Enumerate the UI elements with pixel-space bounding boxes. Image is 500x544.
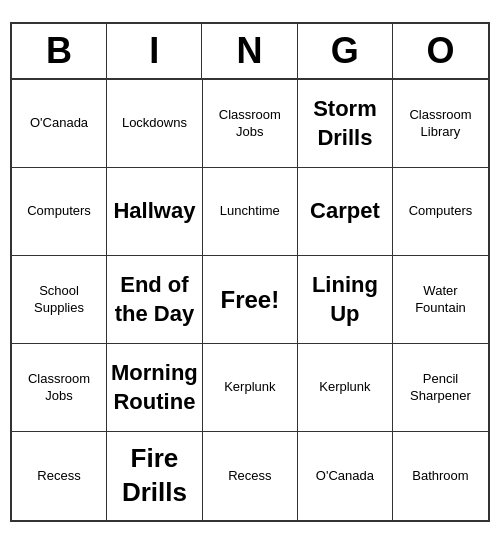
bingo-cell-11: End of the Day bbox=[107, 256, 203, 344]
bingo-grid: O'CanadaLockdownsClassroom JobsStorm Dri… bbox=[12, 80, 488, 520]
bingo-cell-24: Bathroom bbox=[393, 432, 488, 520]
bingo-cell-22: Recess bbox=[203, 432, 298, 520]
bingo-cell-6: Hallway bbox=[107, 168, 203, 256]
bingo-cell-23: O'Canada bbox=[298, 432, 393, 520]
bingo-cell-7: Lunchtime bbox=[203, 168, 298, 256]
bingo-card: BINGO O'CanadaLockdownsClassroom JobsSto… bbox=[10, 22, 490, 522]
bingo-cell-2: Classroom Jobs bbox=[203, 80, 298, 168]
bingo-header: BINGO bbox=[12, 24, 488, 80]
bingo-cell-16: Morning Routine bbox=[107, 344, 203, 432]
bingo-cell-5: Computers bbox=[12, 168, 107, 256]
bingo-cell-17: Kerplunk bbox=[203, 344, 298, 432]
bingo-cell-13: Lining Up bbox=[298, 256, 393, 344]
bingo-cell-21: Fire Drills bbox=[107, 432, 203, 520]
bingo-cell-12: Free! bbox=[203, 256, 298, 344]
bingo-letter-b: B bbox=[12, 24, 107, 78]
bingo-letter-i: I bbox=[107, 24, 202, 78]
bingo-letter-n: N bbox=[202, 24, 297, 78]
bingo-cell-0: O'Canada bbox=[12, 80, 107, 168]
bingo-cell-3: Storm Drills bbox=[298, 80, 393, 168]
bingo-cell-10: School Supplies bbox=[12, 256, 107, 344]
bingo-cell-1: Lockdowns bbox=[107, 80, 203, 168]
bingo-letter-g: G bbox=[298, 24, 393, 78]
bingo-cell-15: Classroom Jobs bbox=[12, 344, 107, 432]
bingo-cell-8: Carpet bbox=[298, 168, 393, 256]
bingo-cell-18: Kerplunk bbox=[298, 344, 393, 432]
bingo-letter-o: O bbox=[393, 24, 488, 78]
bingo-cell-20: Recess bbox=[12, 432, 107, 520]
bingo-cell-9: Computers bbox=[393, 168, 488, 256]
bingo-cell-4: Classroom Library bbox=[393, 80, 488, 168]
bingo-cell-19: Pencil Sharpener bbox=[393, 344, 488, 432]
bingo-cell-14: Water Fountain bbox=[393, 256, 488, 344]
